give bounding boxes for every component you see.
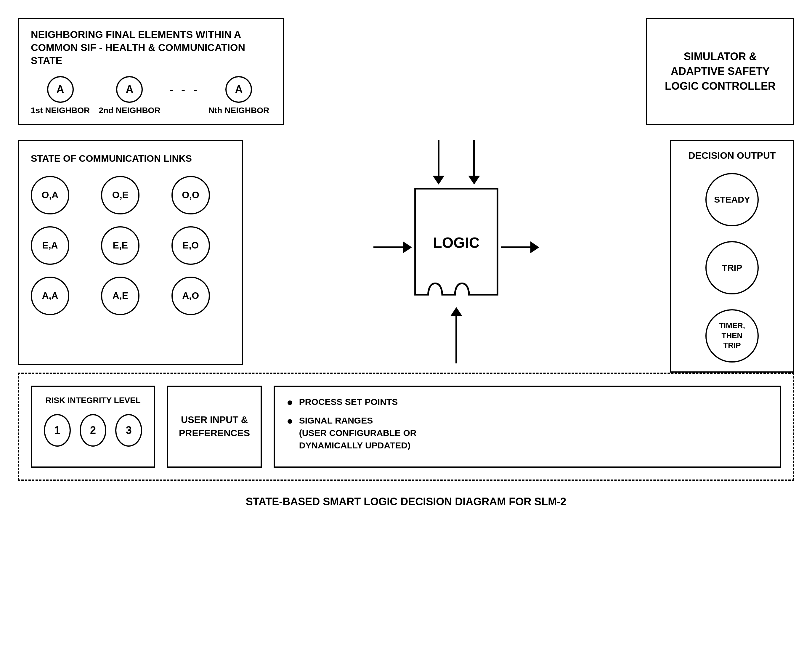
simulator-box: SIMULATOR & ADAPTIVE SAFETY LOGIC CONTRO… xyxy=(646,18,794,125)
comm-cell-8: A,O xyxy=(171,277,210,315)
neighbor-label-1: 1st NEIGHBOR xyxy=(31,106,90,115)
diagram-caption: STATE-BASED SMART LOGIC DECISION DIAGRAM… xyxy=(18,495,794,508)
comm-cell-2: O,O xyxy=(171,176,210,214)
decision-circles: STEADY TRIP TIMER,THENTRIP xyxy=(705,173,759,362)
arrow-line-v-2 xyxy=(473,140,475,176)
neighboring-box: NEIGHBORING FINAL ELEMENTS WITHIN A COMM… xyxy=(18,18,284,125)
arrow-line-h-out xyxy=(501,246,530,248)
neighbor-1: A 1st NEIGHBOR xyxy=(31,76,90,115)
arrow-head-down-1 xyxy=(433,176,444,185)
comm-links-box: STATE OF COMMUNICATION LINKS O,A O,E O,O… xyxy=(18,140,243,365)
process-box: ● PROCESS SET POINTS ● SIGNAL RANGES(USE… xyxy=(274,386,781,468)
comm-cell-4: E,E xyxy=(101,226,139,265)
comm-cell-0: O,A xyxy=(31,176,69,214)
logic-box-wrapper: LOGIC xyxy=(412,188,501,307)
output-arrow xyxy=(501,241,539,253)
top-row: NEIGHBORING FINAL ELEMENTS WITHIN A COMM… xyxy=(18,18,794,125)
decision-steady: STEADY xyxy=(705,173,759,226)
risk-level-2: 2 xyxy=(80,414,107,447)
comm-cell-3: E,A xyxy=(31,226,69,265)
neighbor-circle-1: A xyxy=(47,76,74,103)
diagram-container: NEIGHBORING FINAL ELEMENTS WITHIN A COMM… xyxy=(0,0,812,651)
risk-circles: 1 2 3 xyxy=(44,414,142,447)
arrow-line-v-1 xyxy=(438,140,440,176)
svg-text:LOGIC: LOGIC xyxy=(433,234,480,251)
neighboring-title: NEIGHBORING FINAL ELEMENTS WITHIN A COMM… xyxy=(31,28,271,67)
process-item-1: ● PROCESS SET POINTS xyxy=(287,396,768,408)
comm-links-title: STATE OF COMMUNICATION LINKS xyxy=(31,153,230,164)
user-input-text: USER INPUT & PREFERENCES xyxy=(179,413,250,440)
bullet-2: ● xyxy=(287,414,293,427)
simulator-title: SIMULATOR & ADAPTIVE SAFETY LOGIC CONTRO… xyxy=(659,49,781,94)
risk-title: RISK INTEGRITY LEVEL xyxy=(44,396,142,405)
arrow-head-right-in xyxy=(403,241,412,253)
center-col: LOGIC xyxy=(243,140,670,364)
neighbor-label-2: 2nd NEIGHBOR xyxy=(99,106,160,115)
neighbor-label-3: Nth NEIGHBOR xyxy=(209,106,269,115)
input-arrow xyxy=(374,241,412,253)
comm-cell-5: E,O xyxy=(171,226,210,265)
comm-cell-7: A,E xyxy=(101,277,139,315)
comm-cell-6: A,A xyxy=(31,277,69,315)
decision-trip: TRIP xyxy=(705,241,759,294)
middle-row: STATE OF COMMUNICATION LINKS O,A O,E O,O… xyxy=(18,140,794,373)
dashes: - - - xyxy=(169,83,200,96)
process-item-2: ● SIGNAL RANGES(USER CONFIGURABLE ORDYNA… xyxy=(287,414,768,452)
top-arrows xyxy=(433,140,480,185)
arrow-down-2 xyxy=(468,140,480,185)
arrow-head-up xyxy=(450,307,462,316)
decision-timer: TIMER,THENTRIP xyxy=(705,309,759,362)
neighbor-circle-3: A xyxy=(225,76,252,103)
user-input-box: USER INPUT & PREFERENCES xyxy=(167,386,262,468)
arrow-line-h-in xyxy=(374,246,403,248)
bottom-dashed-section: RISK INTEGRITY LEVEL 1 2 3 USER INPUT & … xyxy=(18,373,794,481)
decision-title: DECISION OUTPUT xyxy=(688,150,775,161)
risk-level-1: 1 xyxy=(44,414,71,447)
neighbor-circle-2: A xyxy=(116,76,143,103)
bottom-arrow-area xyxy=(450,307,462,364)
comm-cell-1: O,E xyxy=(101,176,139,214)
risk-box: RISK INTEGRITY LEVEL 1 2 3 xyxy=(31,386,155,468)
process-text-1: PROCESS SET POINTS xyxy=(299,396,398,408)
risk-level-3: 3 xyxy=(115,414,142,447)
logic-section: LOGIC xyxy=(249,188,664,307)
logic-svg: LOGIC xyxy=(412,188,501,306)
comm-grid: O,A O,E O,O E,A E,E E,O A,A A,E A,O xyxy=(31,176,230,315)
decision-box: DECISION OUTPUT STEADY TRIP TIMER,THENTR… xyxy=(670,140,794,373)
arrow-head-down-2 xyxy=(468,176,480,185)
process-text-2: SIGNAL RANGES(USER CONFIGURABLE ORDYNAMI… xyxy=(299,414,417,452)
arrow-head-right-out xyxy=(530,241,539,253)
neighbor-2: A 2nd NEIGHBOR xyxy=(99,76,160,115)
arrow-down-1 xyxy=(433,140,444,185)
neighbors-row: A 1st NEIGHBOR A 2nd NEIGHBOR - - - A Nt… xyxy=(31,76,271,115)
neighbor-3: A Nth NEIGHBOR xyxy=(209,76,269,115)
bullet-1: ● xyxy=(287,396,293,408)
arrow-line-v-up xyxy=(455,316,457,364)
